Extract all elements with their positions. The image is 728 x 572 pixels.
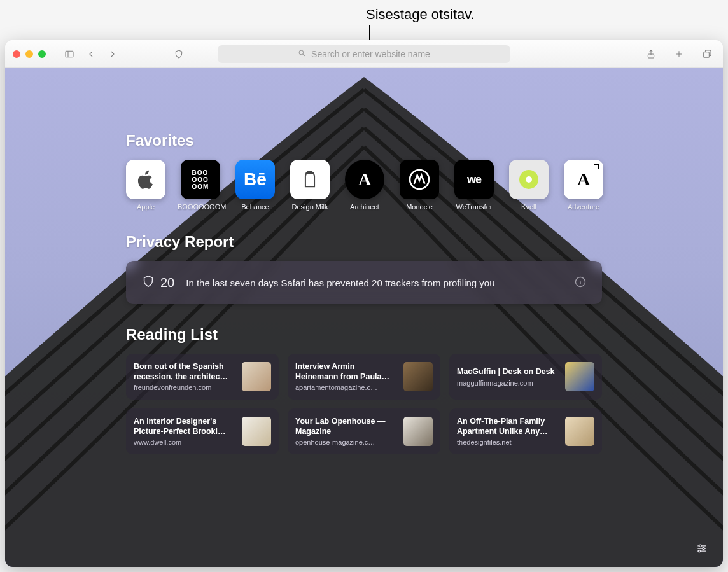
privacy-report-heading: Privacy Report xyxy=(126,233,602,251)
svg-point-17 xyxy=(699,545,701,547)
reading-list-item[interactable]: An Off-The-Plan Family Apartment Unlike … xyxy=(449,408,602,454)
wetransfer-icon: we xyxy=(454,160,494,199)
favorite-label: Apple xyxy=(137,203,155,211)
reading-list-item-domain: apartamentomagazine.c… xyxy=(295,384,397,391)
search-icon xyxy=(298,49,306,59)
favorite-label: Monocle xyxy=(406,203,433,211)
favorite-label: Design Milk xyxy=(292,203,328,211)
reading-list-item-title: An Off-The-Plan Family Apartment Unlike … xyxy=(457,417,559,436)
kvell-icon xyxy=(509,160,549,199)
callout-label: Sisestage otsitav. xyxy=(366,6,475,23)
close-window-button[interactable] xyxy=(13,50,20,58)
svg-rect-0 xyxy=(66,51,73,57)
reading-list-item[interactable]: Interview Armin Heinemann from Paula… ap… xyxy=(288,354,440,400)
customize-start-page-button[interactable] xyxy=(692,540,711,557)
reading-list-item-domain: freundevonfreunden.com xyxy=(134,384,235,391)
reading-list-item-title: Interview Armin Heinemann from Paula… xyxy=(295,362,397,382)
reading-list-item-domain: magguffinmagazine.com xyxy=(457,379,559,387)
favorite-designmilk[interactable]: Design Milk xyxy=(290,160,330,211)
privacy-report-text: In the last seven days Safari has preven… xyxy=(186,277,494,288)
reading-list-item-title: An Interior Designer's Picture-Perfect B… xyxy=(134,417,235,436)
archinect-icon: A xyxy=(345,160,384,199)
svg-line-3 xyxy=(303,54,305,56)
reading-list-item-thumbnail xyxy=(242,417,271,446)
reading-list-item[interactable]: Your Lab Openhouse — Magazine openhouse-… xyxy=(288,408,440,454)
favorite-label: Adventure xyxy=(568,203,599,211)
reading-list-heading: Reading List xyxy=(126,326,602,344)
favorite-label: Behance xyxy=(241,203,269,211)
behance-icon: Bē xyxy=(235,160,275,199)
forward-button[interactable] xyxy=(104,47,121,61)
back-button[interactable] xyxy=(83,47,99,61)
toggle-sidebar-button[interactable] xyxy=(61,47,78,61)
adventure-icon: A xyxy=(564,160,603,199)
address-bar-placeholder: Search or enter website name xyxy=(311,49,430,59)
fullscreen-window-button[interactable] xyxy=(38,50,46,58)
favorites-heading: Favorites xyxy=(126,132,602,150)
boooooom-icon: BOOOOOOOM xyxy=(181,160,220,199)
reading-list-grid: Born out of the Spanish recession, the a… xyxy=(126,354,602,454)
svg-point-10 xyxy=(526,176,532,183)
reading-list-item-thumbnail xyxy=(403,417,433,446)
designmilk-icon xyxy=(290,160,330,199)
favorite-archinect[interactable]: A Archinect xyxy=(345,160,384,211)
info-icon xyxy=(574,276,587,290)
reading-list-item-thumbnail xyxy=(403,362,433,391)
reading-list-item-thumbnail xyxy=(565,417,594,446)
reading-list-item-title: Your Lab Openhouse — Magazine xyxy=(295,417,397,436)
privacy-shield-button[interactable] xyxy=(171,47,187,61)
window-controls xyxy=(13,50,46,58)
favorite-label: Kvell xyxy=(521,203,536,211)
new-tab-button[interactable] xyxy=(671,47,687,61)
reading-list-item-thumbnail xyxy=(565,362,594,391)
monocle-icon xyxy=(400,160,439,199)
privacy-tracker-count: 20 xyxy=(160,276,174,290)
svg-point-19 xyxy=(698,550,700,552)
svg-point-18 xyxy=(703,547,704,549)
reading-list-item-domain: openhouse-magazine.c… xyxy=(295,438,397,446)
reading-list-item-title: Born out of the Spanish recession, the a… xyxy=(134,362,235,382)
share-button[interactable] xyxy=(643,47,659,61)
reading-list-item-thumbnail xyxy=(242,362,271,391)
favorite-monocle[interactable]: Monocle xyxy=(400,160,439,211)
svg-point-2 xyxy=(299,50,304,55)
favorite-kvell[interactable]: Kvell xyxy=(509,160,549,211)
favorite-label: WeTransfer xyxy=(456,203,493,211)
favorite-behance[interactable]: Bē Behance xyxy=(235,160,275,211)
apple-icon xyxy=(126,160,165,199)
reading-list-item-domain: thedesignfiles.net xyxy=(457,438,559,446)
window-toolbar: Search or enter website name xyxy=(5,40,723,68)
reading-list-item[interactable]: Born out of the Spanish recession, the a… xyxy=(126,354,279,400)
favorite-wetransfer[interactable]: we WeTransfer xyxy=(454,160,494,211)
favorite-boooooom[interactable]: BOOOOOOOM BOOOOOOOM xyxy=(181,160,220,211)
reading-list-item[interactable]: MacGuffin | Desk on Desk magguffinmagazi… xyxy=(449,354,602,400)
svg-rect-7 xyxy=(704,52,710,57)
shield-icon xyxy=(141,274,155,291)
tab-overview-button[interactable] xyxy=(699,47,715,61)
reading-list-item-title: MacGuffin | Desk on Desk xyxy=(457,367,559,377)
favorite-apple[interactable]: Apple xyxy=(126,160,165,211)
favorite-label: Archinect xyxy=(350,203,379,211)
start-page: Favorites Apple BOOOOOOOM BOOOOOOOM Bē B… xyxy=(5,68,723,567)
minimize-window-button[interactable] xyxy=(25,50,33,58)
reading-list-item-domain: www.dwell.com xyxy=(134,438,235,446)
favorite-label: BOOOOOOOM xyxy=(178,203,223,211)
privacy-report-card[interactable]: 20 In the last seven days Safari has pre… xyxy=(126,261,602,304)
address-bar[interactable]: Search or enter website name xyxy=(218,45,510,63)
favorites-row: Apple BOOOOOOOM BOOOOOOOM Bē Behance Des… xyxy=(126,160,602,211)
browser-window: Search or enter website name xyxy=(5,40,723,567)
favorite-adventure[interactable]: A Adventure xyxy=(564,160,603,211)
reading-list-item[interactable]: An Interior Designer's Picture-Perfect B… xyxy=(126,408,279,454)
